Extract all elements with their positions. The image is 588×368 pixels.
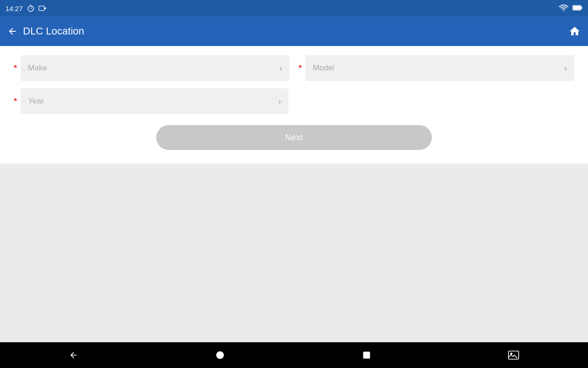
svg-rect-7 [573,6,581,9]
make-required: * [14,63,17,73]
make-placeholder: Make [28,63,47,73]
record-icon [39,6,47,11]
wifi-icon [559,4,569,13]
svg-marker-4 [45,7,46,10]
year-placeholder: Year [28,97,44,106]
status-right [559,4,582,13]
android-back-button[interactable] [69,351,78,360]
row-make-model: * Make › * Model › [14,55,574,81]
nav-bar [0,342,588,368]
home-icon [569,25,581,37]
gray-area [0,164,588,363]
time-display: 14:27 [6,5,23,12]
year-field-wrapper: * Year › [14,88,288,114]
android-home-icon [215,351,225,360]
app-bar: DLC Location [0,17,588,46]
make-chevron-icon: › [279,63,282,73]
year-required: * [14,97,17,106]
svg-rect-6 [581,6,582,9]
svg-point-8 [216,351,224,359]
next-button[interactable]: Next [156,125,432,150]
make-field-wrapper: * Make › [14,55,289,81]
home-button[interactable] [569,25,581,37]
model-required: * [299,63,302,73]
svg-rect-9 [363,352,370,359]
android-gallery-button[interactable] [508,351,519,360]
stopwatch-icon [27,4,35,12]
status-left: 14:27 [6,4,47,12]
svg-rect-3 [39,6,44,11]
android-recent-button[interactable] [362,351,371,359]
app-bar-left: DLC Location [7,25,84,37]
page-title: DLC Location [23,25,84,37]
year-selector[interactable]: Year › [21,88,288,114]
android-back-icon [69,351,78,360]
android-home-button[interactable] [215,351,225,360]
android-recent-icon [362,351,371,359]
back-icon [7,26,17,36]
row-year: * Year › [14,88,574,114]
year-chevron-icon: › [278,97,281,106]
status-bar: 14:27 [0,0,588,17]
svg-line-2 [31,8,32,9]
svg-point-11 [510,352,513,355]
form-content: * Make › * Model › * Year › Next [0,46,588,164]
model-chevron-icon: › [564,63,567,73]
battery-icon [572,5,582,12]
model-placeholder: Model [313,63,334,73]
android-gallery-icon [508,351,519,360]
make-selector[interactable]: Make › [21,55,289,81]
model-field-wrapper: * Model › [299,55,574,81]
model-selector[interactable]: Model › [305,55,574,81]
next-button-wrapper: Next [14,125,574,150]
back-button[interactable] [7,26,17,36]
